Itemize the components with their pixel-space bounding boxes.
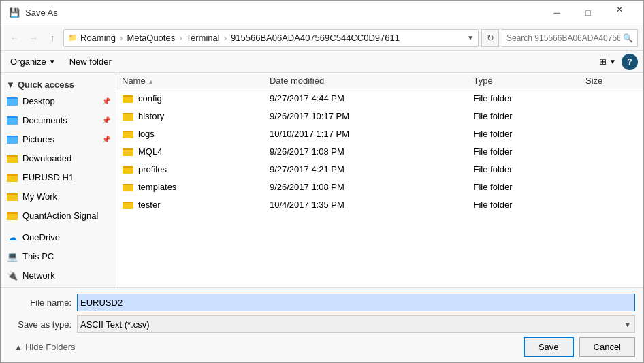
savetype-select[interactable]: ASCII Text (*.csv) CSV (*.csv) Text (*.t… xyxy=(77,315,635,333)
svg-rect-17 xyxy=(123,114,133,121)
sidebar-item-quantaction[interactable]: QuantAction Signal xyxy=(1,206,116,225)
table-row[interactable]: templates 9/26/2017 1:08 PM File folder xyxy=(116,178,643,195)
sidebar-item-thispc[interactable]: 💻 This PC xyxy=(1,247,116,266)
hide-folders-button[interactable]: ▲ Hide Folders xyxy=(9,339,81,355)
col-date[interactable]: Date modified xyxy=(264,73,468,89)
file-type: File folder xyxy=(468,89,581,108)
file-type: File folder xyxy=(468,107,581,125)
documents-icon xyxy=(6,114,18,126)
folder-icon xyxy=(122,145,134,157)
svg-rect-19 xyxy=(123,132,133,138)
breadcrumb-terminal[interactable]: Terminal xyxy=(187,33,220,43)
svg-rect-3 xyxy=(7,118,18,125)
network-icon: 🔌 xyxy=(6,269,18,281)
filename-input[interactable] xyxy=(77,294,635,311)
sidebar-item-desktop-label: Desktop xyxy=(22,96,98,106)
sidebar-item-documents-label: Documents xyxy=(22,115,98,125)
folder-icon xyxy=(122,163,134,175)
up-button[interactable]: ↑ xyxy=(44,30,61,46)
file-date: 9/27/2017 4:21 PM xyxy=(264,160,468,178)
file-name: templates xyxy=(138,182,176,192)
svg-rect-21 xyxy=(123,150,133,156)
breadcrumb-metaquotes[interactable]: MetaQuotes xyxy=(127,33,175,43)
mywork-icon xyxy=(6,190,18,202)
eurusd-icon xyxy=(6,171,18,183)
back-button[interactable]: ← xyxy=(6,30,22,46)
savetype-label: Save as type: xyxy=(9,319,77,330)
file-date: 9/26/2017 1:08 PM xyxy=(264,178,468,195)
sidebar-item-mywork[interactable]: My Work xyxy=(1,187,116,206)
view-button[interactable]: ⊞ ▼ xyxy=(599,57,616,67)
sidebar-item-documents[interactable]: Documents 📌 xyxy=(1,110,116,129)
refresh-button[interactable]: ↻ xyxy=(481,29,499,47)
file-date: 9/26/2017 10:17 PM xyxy=(264,107,468,125)
file-type: File folder xyxy=(468,178,581,195)
help-button[interactable]: ? xyxy=(622,54,638,70)
file-name-cell: MQL4 xyxy=(116,142,264,160)
sidebar-item-onedrive[interactable]: ☁ OneDrive xyxy=(1,227,116,247)
svg-rect-23 xyxy=(123,168,133,174)
save-button[interactable]: Save xyxy=(524,337,574,357)
col-name[interactable]: Name ▲ xyxy=(116,73,264,89)
file-date: 10/4/2017 1:35 PM xyxy=(264,195,468,213)
svg-rect-15 xyxy=(123,97,133,103)
quick-access-label: Quick access xyxy=(18,80,74,90)
maximize-button[interactable]: □ xyxy=(573,5,604,21)
quick-access-section: ▼ Quick access Desktop 📌 Documents 📌 xyxy=(1,76,116,225)
pin-icon-documents: 📌 xyxy=(102,116,110,124)
table-row[interactable]: config 9/27/2017 4:44 PM File folder xyxy=(116,89,643,108)
file-name-cell: history xyxy=(116,107,264,125)
sidebar-item-mywork-label: My Work xyxy=(22,191,110,202)
sidebar-item-eurusd-label: EURUSD H1 xyxy=(22,172,110,183)
folder-icon xyxy=(122,127,134,140)
address-dropdown[interactable]: ▼ xyxy=(467,34,474,42)
file-table: Name ▲ Date modified Type Size xyxy=(116,73,643,213)
minimize-button[interactable]: ─ xyxy=(541,5,573,21)
svg-rect-11 xyxy=(7,195,18,201)
breadcrumb-roaming[interactable]: Roaming xyxy=(80,33,116,43)
search-input[interactable] xyxy=(506,33,620,43)
pin-icon: 📌 xyxy=(102,97,110,105)
file-date: 9/27/2017 4:44 PM xyxy=(264,89,468,108)
secondary-toolbar: Organize ▼ New folder ⊞ ▼ ? xyxy=(1,51,643,73)
search-box[interactable]: 🔍 xyxy=(502,29,638,47)
table-row[interactable]: MQL4 9/26/2017 1:08 PM File folder xyxy=(116,142,643,160)
file-date: 10/10/2017 1:17 PM xyxy=(264,125,468,142)
file-type: File folder xyxy=(468,160,581,178)
folder-icon xyxy=(122,110,134,122)
address-bar[interactable]: 📁 Roaming › MetaQuotes › Terminal › 9155… xyxy=(63,29,479,47)
file-name-cell: config xyxy=(116,89,264,108)
sidebar-item-thispc-label: This PC xyxy=(22,251,110,262)
table-row[interactable]: logs 10/10/2017 1:17 PM File folder xyxy=(116,125,643,142)
sort-icon: ▲ xyxy=(148,78,154,85)
table-row[interactable]: profiles 9/27/2017 4:21 PM File folder xyxy=(116,160,643,178)
view-dropdown-icon: ▼ xyxy=(609,58,616,65)
table-row[interactable]: history 9/26/2017 10:17 PM File folder xyxy=(116,107,643,125)
sidebar-item-network[interactable]: 🔌 Network xyxy=(1,266,116,285)
col-size[interactable]: Size xyxy=(580,73,643,89)
organize-button[interactable]: Organize ▼ xyxy=(6,55,60,68)
sidebar-item-downloaded[interactable]: Downloaded xyxy=(1,148,116,168)
close-button[interactable]: ✕ xyxy=(604,5,635,14)
file-size xyxy=(580,178,643,195)
col-type[interactable]: Type xyxy=(468,73,581,89)
thispc-icon: 💻 xyxy=(6,250,18,262)
sidebar-item-pictures[interactable]: Pictures 📌 xyxy=(1,129,116,148)
file-name-cell: tester xyxy=(116,195,264,213)
sidebar: ▼ Quick access Desktop 📌 Documents 📌 xyxy=(1,73,116,287)
collapse-icon: ▲ xyxy=(14,343,22,352)
folder-icon xyxy=(122,198,134,210)
new-folder-button[interactable]: New folder xyxy=(65,55,116,68)
breadcrumb-icon: 📁 xyxy=(68,33,78,42)
filename-row: File name: xyxy=(9,294,635,311)
cancel-button[interactable]: Cancel xyxy=(579,337,635,357)
file-size xyxy=(580,195,643,213)
sidebar-item-desktop[interactable]: Desktop 📌 xyxy=(1,91,116,110)
file-list: Name ▲ Date modified Type Size xyxy=(116,73,643,287)
table-row[interactable]: tester 10/4/2017 1:35 PM File folder xyxy=(116,195,643,213)
sidebar-item-eurusd[interactable]: EURUSD H1 xyxy=(1,168,116,187)
quick-access-header[interactable]: ▼ Quick access xyxy=(1,76,116,91)
forward-button[interactable]: → xyxy=(25,30,42,46)
folder-icon xyxy=(122,92,134,104)
svg-rect-1 xyxy=(7,99,18,106)
